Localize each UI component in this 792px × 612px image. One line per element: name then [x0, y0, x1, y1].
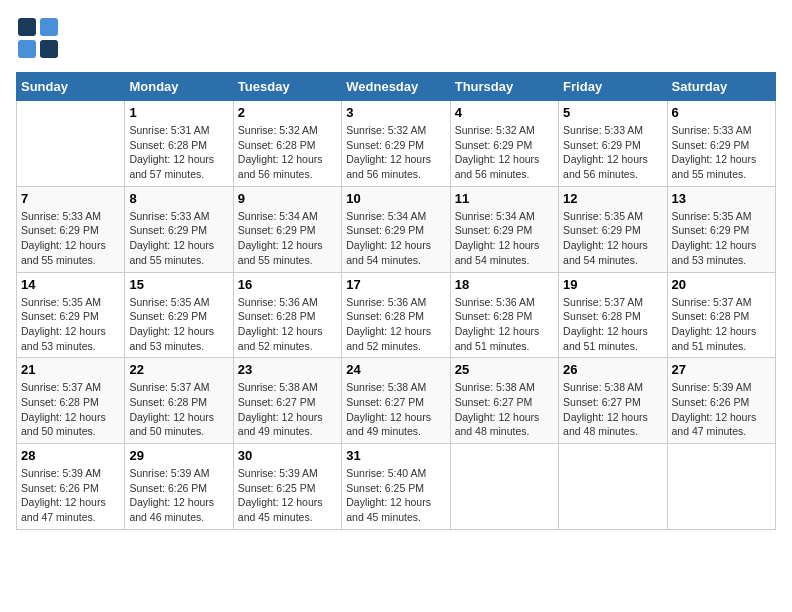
logo-icon	[16, 16, 60, 60]
day-info: Sunrise: 5:39 AM Sunset: 6:26 PM Dayligh…	[672, 380, 771, 439]
day-number: 5	[563, 105, 662, 120]
day-number: 28	[21, 448, 120, 463]
calendar-cell: 9Sunrise: 5:34 AM Sunset: 6:29 PM Daylig…	[233, 186, 341, 272]
calendar-cell: 1Sunrise: 5:31 AM Sunset: 6:28 PM Daylig…	[125, 101, 233, 187]
day-info: Sunrise: 5:37 AM Sunset: 6:28 PM Dayligh…	[21, 380, 120, 439]
calendar-cell: 8Sunrise: 5:33 AM Sunset: 6:29 PM Daylig…	[125, 186, 233, 272]
logo	[16, 16, 64, 60]
day-number: 8	[129, 191, 228, 206]
day-number: 26	[563, 362, 662, 377]
day-number: 24	[346, 362, 445, 377]
column-header-thursday: Thursday	[450, 73, 558, 101]
day-info: Sunrise: 5:38 AM Sunset: 6:27 PM Dayligh…	[346, 380, 445, 439]
calendar-cell: 20Sunrise: 5:37 AM Sunset: 6:28 PM Dayli…	[667, 272, 775, 358]
calendar-cell: 22Sunrise: 5:37 AM Sunset: 6:28 PM Dayli…	[125, 358, 233, 444]
day-info: Sunrise: 5:34 AM Sunset: 6:29 PM Dayligh…	[238, 209, 337, 268]
calendar-cell: 11Sunrise: 5:34 AM Sunset: 6:29 PM Dayli…	[450, 186, 558, 272]
day-number: 13	[672, 191, 771, 206]
day-number: 14	[21, 277, 120, 292]
day-number: 30	[238, 448, 337, 463]
svg-rect-3	[40, 40, 58, 58]
day-info: Sunrise: 5:33 AM Sunset: 6:29 PM Dayligh…	[129, 209, 228, 268]
calendar-cell: 18Sunrise: 5:36 AM Sunset: 6:28 PM Dayli…	[450, 272, 558, 358]
day-number: 19	[563, 277, 662, 292]
page-header	[16, 16, 776, 60]
day-number: 4	[455, 105, 554, 120]
calendar-cell	[559, 444, 667, 530]
day-number: 22	[129, 362, 228, 377]
column-header-sunday: Sunday	[17, 73, 125, 101]
calendar-cell	[450, 444, 558, 530]
day-number: 11	[455, 191, 554, 206]
day-number: 27	[672, 362, 771, 377]
calendar-week-row: 21Sunrise: 5:37 AM Sunset: 6:28 PM Dayli…	[17, 358, 776, 444]
svg-rect-2	[18, 40, 36, 58]
day-number: 6	[672, 105, 771, 120]
day-info: Sunrise: 5:35 AM Sunset: 6:29 PM Dayligh…	[563, 209, 662, 268]
calendar-cell: 5Sunrise: 5:33 AM Sunset: 6:29 PM Daylig…	[559, 101, 667, 187]
calendar-cell: 13Sunrise: 5:35 AM Sunset: 6:29 PM Dayli…	[667, 186, 775, 272]
day-info: Sunrise: 5:38 AM Sunset: 6:27 PM Dayligh…	[455, 380, 554, 439]
day-number: 15	[129, 277, 228, 292]
day-info: Sunrise: 5:35 AM Sunset: 6:29 PM Dayligh…	[21, 295, 120, 354]
day-info: Sunrise: 5:32 AM Sunset: 6:29 PM Dayligh…	[346, 123, 445, 182]
calendar-cell: 15Sunrise: 5:35 AM Sunset: 6:29 PM Dayli…	[125, 272, 233, 358]
svg-rect-1	[40, 18, 58, 36]
day-info: Sunrise: 5:35 AM Sunset: 6:29 PM Dayligh…	[129, 295, 228, 354]
day-number: 16	[238, 277, 337, 292]
day-info: Sunrise: 5:32 AM Sunset: 6:29 PM Dayligh…	[455, 123, 554, 182]
column-header-saturday: Saturday	[667, 73, 775, 101]
day-number: 18	[455, 277, 554, 292]
day-info: Sunrise: 5:37 AM Sunset: 6:28 PM Dayligh…	[563, 295, 662, 354]
calendar-cell: 30Sunrise: 5:39 AM Sunset: 6:25 PM Dayli…	[233, 444, 341, 530]
day-number: 23	[238, 362, 337, 377]
calendar-cell: 6Sunrise: 5:33 AM Sunset: 6:29 PM Daylig…	[667, 101, 775, 187]
calendar-cell: 28Sunrise: 5:39 AM Sunset: 6:26 PM Dayli…	[17, 444, 125, 530]
day-info: Sunrise: 5:33 AM Sunset: 6:29 PM Dayligh…	[563, 123, 662, 182]
day-number: 2	[238, 105, 337, 120]
day-number: 31	[346, 448, 445, 463]
day-info: Sunrise: 5:39 AM Sunset: 6:26 PM Dayligh…	[21, 466, 120, 525]
day-number: 25	[455, 362, 554, 377]
day-number: 9	[238, 191, 337, 206]
calendar-cell: 14Sunrise: 5:35 AM Sunset: 6:29 PM Dayli…	[17, 272, 125, 358]
day-info: Sunrise: 5:36 AM Sunset: 6:28 PM Dayligh…	[455, 295, 554, 354]
day-number: 21	[21, 362, 120, 377]
day-number: 12	[563, 191, 662, 206]
calendar-cell: 26Sunrise: 5:38 AM Sunset: 6:27 PM Dayli…	[559, 358, 667, 444]
calendar-cell: 25Sunrise: 5:38 AM Sunset: 6:27 PM Dayli…	[450, 358, 558, 444]
day-info: Sunrise: 5:36 AM Sunset: 6:28 PM Dayligh…	[346, 295, 445, 354]
day-number: 29	[129, 448, 228, 463]
column-header-tuesday: Tuesday	[233, 73, 341, 101]
day-info: Sunrise: 5:40 AM Sunset: 6:25 PM Dayligh…	[346, 466, 445, 525]
day-info: Sunrise: 5:34 AM Sunset: 6:29 PM Dayligh…	[455, 209, 554, 268]
day-info: Sunrise: 5:38 AM Sunset: 6:27 PM Dayligh…	[238, 380, 337, 439]
calendar-cell: 23Sunrise: 5:38 AM Sunset: 6:27 PM Dayli…	[233, 358, 341, 444]
day-info: Sunrise: 5:33 AM Sunset: 6:29 PM Dayligh…	[21, 209, 120, 268]
day-number: 17	[346, 277, 445, 292]
day-number: 1	[129, 105, 228, 120]
calendar-cell: 3Sunrise: 5:32 AM Sunset: 6:29 PM Daylig…	[342, 101, 450, 187]
day-info: Sunrise: 5:36 AM Sunset: 6:28 PM Dayligh…	[238, 295, 337, 354]
calendar-cell: 24Sunrise: 5:38 AM Sunset: 6:27 PM Dayli…	[342, 358, 450, 444]
column-header-friday: Friday	[559, 73, 667, 101]
calendar-cell	[17, 101, 125, 187]
calendar-cell: 31Sunrise: 5:40 AM Sunset: 6:25 PM Dayli…	[342, 444, 450, 530]
calendar-cell	[667, 444, 775, 530]
calendar-cell: 7Sunrise: 5:33 AM Sunset: 6:29 PM Daylig…	[17, 186, 125, 272]
calendar-week-row: 7Sunrise: 5:33 AM Sunset: 6:29 PM Daylig…	[17, 186, 776, 272]
column-header-monday: Monday	[125, 73, 233, 101]
day-info: Sunrise: 5:33 AM Sunset: 6:29 PM Dayligh…	[672, 123, 771, 182]
column-header-wednesday: Wednesday	[342, 73, 450, 101]
day-info: Sunrise: 5:35 AM Sunset: 6:29 PM Dayligh…	[672, 209, 771, 268]
day-info: Sunrise: 5:38 AM Sunset: 6:27 PM Dayligh…	[563, 380, 662, 439]
calendar-table: SundayMondayTuesdayWednesdayThursdayFrid…	[16, 72, 776, 530]
day-info: Sunrise: 5:32 AM Sunset: 6:28 PM Dayligh…	[238, 123, 337, 182]
day-number: 3	[346, 105, 445, 120]
calendar-cell: 29Sunrise: 5:39 AM Sunset: 6:26 PM Dayli…	[125, 444, 233, 530]
day-info: Sunrise: 5:37 AM Sunset: 6:28 PM Dayligh…	[129, 380, 228, 439]
calendar-cell: 2Sunrise: 5:32 AM Sunset: 6:28 PM Daylig…	[233, 101, 341, 187]
day-info: Sunrise: 5:31 AM Sunset: 6:28 PM Dayligh…	[129, 123, 228, 182]
calendar-week-row: 28Sunrise: 5:39 AM Sunset: 6:26 PM Dayli…	[17, 444, 776, 530]
calendar-cell: 21Sunrise: 5:37 AM Sunset: 6:28 PM Dayli…	[17, 358, 125, 444]
